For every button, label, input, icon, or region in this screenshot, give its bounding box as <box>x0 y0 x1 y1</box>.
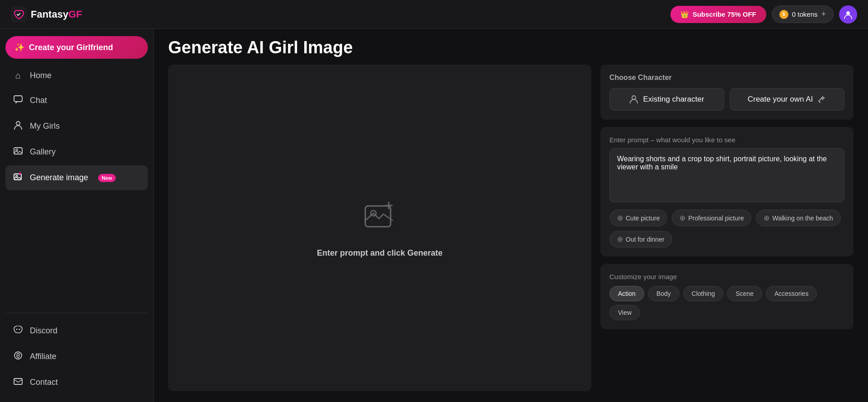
prompt-textarea[interactable]: Wearing shorts and a crop top shirt, por… <box>609 148 844 202</box>
svg-rect-2 <box>14 96 22 102</box>
svg-point-1 <box>846 11 850 15</box>
chip-cute-picture[interactable]: ⊕ Cute picture <box>609 210 667 226</box>
cust-tab-view[interactable]: View <box>609 305 640 320</box>
chip-out-for-dinner[interactable]: ⊕ Out for dinner <box>609 231 672 248</box>
wand-icon: ✨ <box>14 42 24 52</box>
logo-text: FantasyGF <box>31 9 82 20</box>
chip-professional-picture[interactable]: ⊕ Professional picture <box>672 210 751 226</box>
subscribe-button[interactable]: 👑 Subscribe 75% OFF <box>670 6 766 23</box>
prompt-card: Enter prompt – what would you like to se… <box>600 127 854 257</box>
crown-icon: 👑 <box>680 10 689 19</box>
affiliate-icon <box>13 351 24 363</box>
sidebar-item-chat[interactable]: Chat <box>5 88 148 113</box>
contact-icon <box>13 376 24 388</box>
image-placeholder: Enter prompt and click Generate <box>317 198 443 258</box>
customize-card: Customize your image Action Body Clothin… <box>600 264 854 329</box>
sidebar: ✨ Create your Girlfriend ⌂ Home Chat <box>0 29 154 402</box>
add-image-icon <box>362 198 398 241</box>
chat-icon <box>13 94 24 107</box>
my-girls-icon <box>13 120 24 132</box>
existing-character-button[interactable]: Existing character <box>609 88 724 111</box>
main-layout: ✨ Create your Girlfriend ⌂ Home Chat <box>0 29 868 402</box>
add-tokens-icon: + <box>821 9 826 19</box>
prompt-label: Enter prompt – what would you like to se… <box>609 136 844 144</box>
page-title: Generate AI Girl Image <box>154 29 868 65</box>
new-badge: New <box>98 174 116 182</box>
suggestion-chips: ⊕ Cute picture ⊕ Professional picture ⊕ … <box>609 210 844 248</box>
cust-tab-clothing[interactable]: Clothing <box>683 286 723 301</box>
chip-plus-icon-3: ⊕ <box>764 214 769 222</box>
choose-character-card: Choose Character Existing character Crea… <box>600 65 854 120</box>
person-icon <box>629 95 638 104</box>
chip-plus-icon: ⊕ <box>617 214 623 222</box>
svg-point-3 <box>16 122 20 125</box>
chip-plus-icon-2: ⊕ <box>679 214 685 222</box>
svg-point-8 <box>16 329 18 330</box>
cust-tab-action[interactable]: Action <box>609 286 644 301</box>
chip-plus-icon-4: ⊕ <box>617 235 623 243</box>
home-icon: ⌂ <box>13 70 24 81</box>
cust-tab-scene[interactable]: Scene <box>727 286 762 301</box>
content: Generate AI Girl Image Enter prompt and … <box>154 29 868 402</box>
customize-tabs: Action Body Clothing Scene Accessories <box>609 286 844 320</box>
sidebar-item-contact[interactable]: Contact <box>5 370 148 395</box>
sidebar-item-home[interactable]: ⌂ Home <box>5 64 148 87</box>
cust-tab-body[interactable]: Body <box>648 286 679 301</box>
header: FantasyGF 👑 Subscribe 75% OFF $ 0 tokens… <box>0 0 868 29</box>
content-body: Enter prompt and click Generate Choose C… <box>154 65 868 402</box>
logo[interactable]: FantasyGF <box>11 6 82 23</box>
gallery-icon <box>13 146 24 158</box>
sidebar-item-gallery[interactable]: Gallery <box>5 140 148 164</box>
sidebar-item-affiliate[interactable]: Affiliate <box>5 344 148 369</box>
image-panel: Enter prompt and click Generate <box>168 65 591 391</box>
sidebar-item-generate-image[interactable]: Generate image New <box>5 165 148 190</box>
wand-sparkle-icon <box>817 95 826 104</box>
settings-panel: Choose Character Existing character Crea… <box>600 65 854 391</box>
cust-tab-accessories[interactable]: Accessories <box>766 286 817 301</box>
tokens-button[interactable]: $ 0 tokens + <box>772 5 834 23</box>
image-placeholder-text: Enter prompt and click Generate <box>317 248 443 258</box>
chip-walking-beach[interactable]: ⊕ Walking on the beach <box>756 210 840 226</box>
customize-label: Customize your image <box>609 273 844 280</box>
svg-point-14 <box>632 96 636 99</box>
generate-image-icon <box>13 172 24 184</box>
choose-character-label: Choose Character <box>609 74 844 82</box>
character-buttons: Existing character Create your own AI <box>609 88 844 111</box>
create-girlfriend-button[interactable]: ✨ Create your Girlfriend <box>5 36 148 59</box>
token-coin-icon: $ <box>779 10 788 19</box>
sidebar-item-discord[interactable]: Discord <box>5 318 148 343</box>
header-right: 👑 Subscribe 75% OFF $ 0 tokens + <box>670 5 857 23</box>
avatar[interactable] <box>839 5 857 23</box>
nav-bottom: Discord Affiliate Contac <box>5 313 148 395</box>
sidebar-item-my-girls[interactable]: My Girls <box>5 114 148 139</box>
nav-items: ⌂ Home Chat My G <box>5 64 148 309</box>
svg-rect-11 <box>14 379 22 384</box>
svg-point-9 <box>19 329 20 330</box>
logo-icon <box>11 6 27 23</box>
discord-icon <box>13 325 24 337</box>
user-avatar-icon <box>843 9 853 19</box>
create-own-ai-button[interactable]: Create your own AI <box>730 88 844 111</box>
